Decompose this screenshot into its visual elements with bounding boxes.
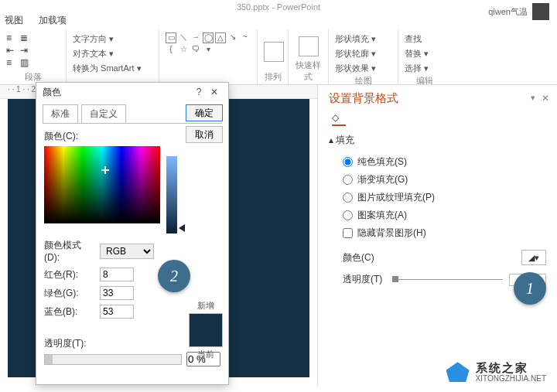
blue-label: 蓝色(B): <box>44 305 95 319</box>
opt-hide-bg[interactable]: 隐藏背景图形(H) <box>329 224 546 242</box>
ribbon-quickstyle: 快速样式 <box>289 29 329 84</box>
ribbon-group-paragraph: 文字方向 ▾ 对齐文本 ▾ 转换为 SmartArt ▾ <box>67 29 159 84</box>
dialog-close-icon[interactable]: ✕ <box>207 87 222 97</box>
radio-solid[interactable] <box>343 157 353 167</box>
quickstyle-label[interactable]: 快速样式 <box>295 60 322 83</box>
shape-fill-button[interactable]: 形状填充 ▾ <box>335 32 391 46</box>
shape-tri-icon[interactable]: △ <box>215 32 226 43</box>
numbering-icon[interactable]: ≣ <box>20 32 31 43</box>
align-icon[interactable]: ≡ <box>6 57 17 68</box>
tab-addins[interactable]: 加载项 <box>39 14 67 29</box>
format-background-panel: 设置背景格式 ▾ ✕ ◇ ▴ 填充 纯色填充(S) 渐变填充(G) 图片或纹理填… <box>317 85 557 387</box>
fill-group-header[interactable]: ▴ 填充 <box>329 134 546 147</box>
ribbon-group-shapes: ▭ ＼ → ◯ △ ↘ ~ { ☆ 🗨 ▾ <box>159 29 258 84</box>
shape-callout-icon[interactable]: 🗨 <box>190 45 201 56</box>
document-title: 350.pptx - PowerPoint <box>237 2 320 12</box>
color-gradient-picker[interactable] <box>44 146 160 223</box>
indent-left-icon[interactable]: ⇤ <box>6 45 17 56</box>
menu-bar: 视图 加载项 <box>0 14 557 29</box>
red-label: 红色(R): <box>44 268 95 281</box>
dialog-help-icon[interactable]: ? <box>191 87 207 97</box>
tab-standard[interactable]: 标准 <box>43 104 78 123</box>
shape-star-icon[interactable]: ☆ <box>178 45 189 56</box>
ribbon-group-editing: 查找 替换 ▾ 选择 ▾ 编辑 <box>398 29 451 84</box>
panel-title: 设置背景格式 <box>329 91 546 106</box>
new-label: 新增 <box>183 300 229 312</box>
arrange-icon[interactable] <box>264 42 284 62</box>
watermark: 系统之家 XITONGZHIJIA.NET <box>446 362 547 383</box>
radio-pattern[interactable] <box>343 210 353 220</box>
shape-arrow-icon[interactable]: → <box>190 32 201 43</box>
arrange-label[interactable]: 排列 <box>264 71 282 83</box>
panel-close-icon[interactable]: ✕ <box>542 93 549 104</box>
tab-view[interactable]: 视图 <box>5 14 23 29</box>
find-button[interactable]: 查找 <box>405 32 445 46</box>
shape-curve-icon[interactable]: ~ <box>240 32 251 43</box>
blue-input[interactable] <box>100 305 134 319</box>
annotation-2: 2 <box>158 260 190 292</box>
align-text-button[interactable]: 对齐文本 ▾ <box>73 47 152 60</box>
select-button[interactable]: 选择 ▾ <box>405 62 445 75</box>
annotation-1: 1 <box>514 272 546 305</box>
shape-effects-button[interactable]: 形状效果 ▾ <box>335 62 391 75</box>
new-current-swatch: 新增 当前 <box>183 300 229 360</box>
opt-pattern-fill[interactable]: 图案填充(A) <box>329 206 546 224</box>
dialog-title: 颜色 <box>43 86 61 99</box>
dialog-titlebar[interactable]: 颜色 ? ✕ <box>36 83 228 101</box>
panel-trans-slider[interactable] <box>392 279 503 280</box>
current-label: 当前 <box>183 349 229 360</box>
columns-icon[interactable]: ▥ <box>20 57 31 68</box>
panel-color-label: 颜色(C) <box>343 251 386 264</box>
bullets-icon[interactable]: ≡ <box>6 32 17 43</box>
watermark-logo-icon <box>446 362 470 382</box>
watermark-url: XITONGZHIJIA.NET <box>476 374 547 383</box>
ribbon: ≡≣ ⇤⇥ ≡▥ 段落 文字方向 ▾ 对齐文本 ▾ 转换为 SmartArt ▾… <box>0 29 557 85</box>
shape-rect-icon[interactable]: ▭ <box>166 32 176 43</box>
quickstyle-icon[interactable] <box>299 36 319 56</box>
user-name: qiwen气温 <box>488 6 528 18</box>
ribbon-group-shape-format: 形状填充 ▾ 形状轮廓 ▾ 形状效果 ▾ 绘图 <box>329 29 398 84</box>
text-direction-button[interactable]: 文字方向 ▾ <box>73 32 152 46</box>
value-strip[interactable] <box>166 156 177 233</box>
color-dialog: 颜色 ? ✕ 标准 自定义 确定 取消 颜色(C): 颜色模式(D): RGB … <box>36 82 229 385</box>
panel-expand-icon[interactable]: ▾ <box>531 93 535 103</box>
dialog-trans-label: 透明度(T): <box>44 337 95 350</box>
opt-gradient-fill[interactable]: 渐变填充(G) <box>329 171 546 189</box>
fill-tab-icon[interactable]: ◇ <box>332 112 346 126</box>
ok-button[interactable]: 确定 <box>186 104 223 121</box>
panel-color-button[interactable]: ◢▾ <box>521 250 546 265</box>
green-input[interactable] <box>100 286 134 300</box>
radio-gradient[interactable] <box>343 175 353 185</box>
new-color-swatch <box>189 313 223 347</box>
dialog-color-label: 颜色(C): <box>44 130 220 143</box>
title-bar: 350.pptx - PowerPoint qiwen气温 <box>0 0 557 14</box>
shape-brace-icon[interactable]: { <box>166 45 176 56</box>
smartart-button[interactable]: 转换为 SmartArt ▾ <box>73 62 152 75</box>
check-hidebg[interactable] <box>343 228 353 238</box>
green-label: 绿色(G): <box>44 287 95 300</box>
tab-custom[interactable]: 自定义 <box>81 104 126 123</box>
panel-trans-label: 透明度(T) <box>343 273 386 286</box>
group-label-paragraph: 段落 <box>6 71 60 83</box>
radio-picture[interactable] <box>343 193 353 203</box>
replace-button[interactable]: 替换 ▾ <box>405 47 445 60</box>
shape-more-icon[interactable]: ▾ <box>203 45 214 56</box>
value-arrow-icon[interactable] <box>179 224 185 232</box>
shape-oval-icon[interactable]: ◯ <box>203 32 214 43</box>
dialog-trans-slider[interactable] <box>44 354 182 365</box>
shape-gallery[interactable]: ▭ ＼ → ◯ △ ↘ ~ { ☆ 🗨 ▾ <box>166 32 251 56</box>
opt-solid-fill[interactable]: 纯色填充(S) <box>329 153 546 171</box>
opt-picture-fill[interactable]: 图片或纹理填充(P) <box>329 189 546 206</box>
color-mode-select[interactable]: RGB <box>100 244 154 259</box>
ribbon-arrange: 排列 <box>258 29 289 84</box>
watermark-name: 系统之家 <box>476 362 547 375</box>
shape-outline-button[interactable]: 形状轮廓 ▾ <box>335 47 391 60</box>
ribbon-group-left: ≡≣ ⇤⇥ ≡▥ 段落 <box>0 29 67 84</box>
indent-right-icon[interactable]: ⇥ <box>20 45 31 56</box>
picker-crosshair-icon[interactable] <box>101 166 109 174</box>
color-mode-label: 颜色模式(D): <box>44 239 95 263</box>
shape-connector-icon[interactable]: ↘ <box>227 32 238 43</box>
avatar[interactable] <box>532 3 549 20</box>
red-input[interactable] <box>100 268 134 281</box>
shape-line-icon[interactable]: ＼ <box>178 32 189 43</box>
